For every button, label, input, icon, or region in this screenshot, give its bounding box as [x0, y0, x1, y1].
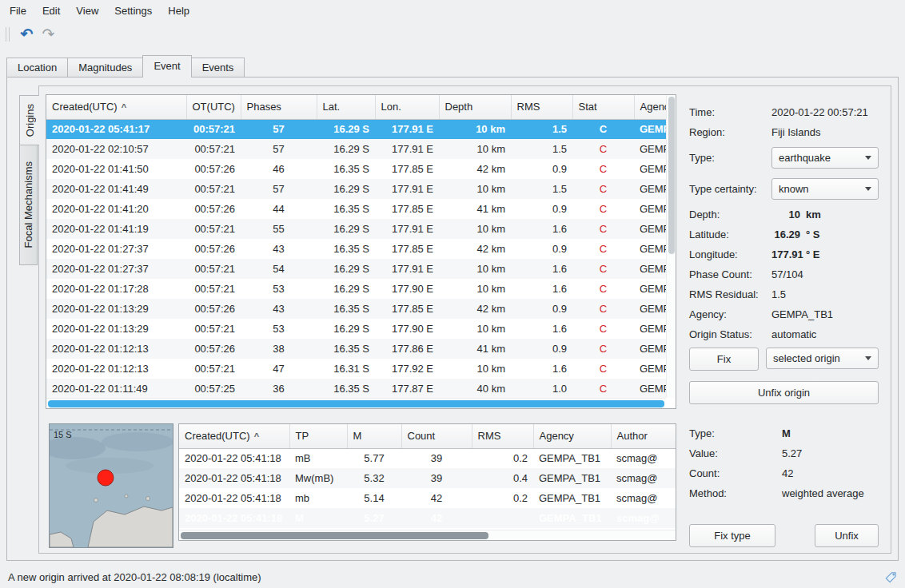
- fix-button[interactable]: Fix: [689, 348, 759, 371]
- map-view[interactable]: 15 S: [49, 423, 173, 548]
- cell: 39: [401, 468, 472, 488]
- table-row[interactable]: 2020-01-22 05:41:18mB5.77390.2GEMPA_TB1s…: [179, 448, 676, 468]
- table-row[interactable]: 2020-01-22 01:41:2000:57:264416.35 S177.…: [46, 199, 666, 219]
- cell: 38: [241, 339, 317, 359]
- table-row[interactable]: 2020-01-22 05:41:18Mw(mB)5.32390.4GEMPA_…: [179, 468, 676, 488]
- depth-value: 10: [771, 209, 800, 220]
- table-row[interactable]: 2020-01-22 05:41:18mb5.14420.2GEMPA_TB1s…: [179, 488, 676, 508]
- tab-events[interactable]: Events: [191, 58, 245, 77]
- column-header-lat[interactable]: Lat.: [317, 95, 375, 119]
- column-header-label: Count: [408, 430, 436, 442]
- column-header-depth[interactable]: Depth: [439, 95, 511, 119]
- column-header-m[interactable]: M: [347, 424, 401, 448]
- unfix-origin-button[interactable]: Unfix origin: [689, 381, 879, 404]
- tab-magnitudes[interactable]: Magnitudes: [67, 58, 143, 77]
- column-header-author[interactable]: Author: [611, 424, 676, 448]
- menu-help[interactable]: Help: [160, 1, 197, 21]
- column-header-created-utc[interactable]: Created(UTC)^: [46, 95, 186, 119]
- magnitudes-table-viewport[interactable]: Created(UTC)^TPMCountRMSAgencyAuthor2020…: [179, 424, 676, 530]
- table-row[interactable]: 2020-01-22 02:10:5700:57:215716.29 S177.…: [46, 139, 666, 159]
- menu-view[interactable]: View: [68, 1, 106, 21]
- cell: 2020-01-22 01:27:37: [46, 259, 186, 279]
- cell: [472, 508, 533, 528]
- origins-table-viewport[interactable]: Created(UTC)^OT(UTC)PhasesLat.Lon.DepthR…: [46, 95, 666, 398]
- column-header-created-utc[interactable]: Created(UTC)^: [179, 424, 289, 448]
- column-header-phases[interactable]: Phases: [241, 95, 317, 119]
- undo-button[interactable]: ↶: [16, 24, 38, 46]
- app-window: File Edit View Settings Help ↶ ↷ Locatio…: [0, 0, 905, 588]
- cell: 0.9: [511, 199, 572, 219]
- cell: C: [572, 119, 634, 139]
- tab-location[interactable]: Location: [6, 58, 68, 77]
- column-header-ot-utc[interactable]: OT(UTC): [186, 95, 241, 119]
- event-tab-panel: Origins Focal Mechanisms Created(UTC)^OT…: [6, 77, 899, 561]
- cell: 41 km: [439, 199, 511, 219]
- cell: 177.91 E: [375, 119, 439, 139]
- column-header-agency[interactable]: Agency: [533, 424, 611, 448]
- cell: 16.29 S: [317, 119, 375, 139]
- longitude-unit: ° E: [806, 248, 819, 260]
- rms-residual-field: RMS Residual: 1.5: [689, 284, 879, 304]
- toolbar-drag-handle[interactable]: [6, 27, 10, 42]
- magnitude-buttons-row: Fix type Unfix: [689, 524, 879, 547]
- cell: 1.5: [511, 119, 572, 139]
- table-row[interactable]: 2020-01-22 01:13:2900:57:215316.29 S177.…: [46, 319, 666, 339]
- table-row[interactable]: 2020-01-22 01:41:1900:57:215516.29 S177.…: [46, 219, 666, 239]
- cell: Mw(mB): [289, 468, 347, 488]
- event-type-combo[interactable]: earthquake: [771, 147, 879, 169]
- column-header-agency[interactable]: Agency: [634, 95, 666, 119]
- sort-ascending-icon: ^: [122, 102, 126, 112]
- tab-origins[interactable]: Origins: [19, 95, 39, 145]
- table-row[interactable]: 2020-01-22 01:17:2800:57:215316.29 S177.…: [46, 279, 666, 299]
- cell: 1.5: [511, 139, 572, 159]
- table-row[interactable]: 2020-01-22 01:41:5000:57:264616.35 S177.…: [46, 159, 666, 179]
- tab-event[interactable]: Event: [142, 55, 191, 77]
- type-certainty-combo[interactable]: known: [771, 178, 879, 200]
- column-header-lon[interactable]: Lon.: [375, 95, 439, 119]
- latitude-unit: ° S: [806, 228, 819, 240]
- table-row[interactable]: 2020-01-22 01:11:4900:57:253616.35 S177.…: [46, 379, 666, 398]
- cell: 5.32: [347, 468, 401, 488]
- table-row[interactable]: 2020-01-22 01:13:2900:57:264316.35 S177.…: [46, 299, 666, 319]
- fix-type-button[interactable]: Fix type: [689, 524, 775, 547]
- origins-vertical-scrollbar[interactable]: [666, 95, 676, 398]
- cell: 177.91 E: [375, 259, 439, 279]
- menu-edit[interactable]: Edit: [34, 1, 68, 21]
- column-header-tp[interactable]: TP: [289, 424, 347, 448]
- cell: 177.90 E: [375, 319, 439, 339]
- origins-horizontal-scrollbar[interactable]: [46, 398, 666, 408]
- cell: 53: [241, 319, 317, 339]
- cell: C: [572, 359, 634, 379]
- unfix-button[interactable]: Unfix: [815, 524, 879, 547]
- column-header-rms[interactable]: RMS: [472, 424, 533, 448]
- cell: 16.29 S: [317, 279, 375, 299]
- depth-label: Depth:: [689, 209, 771, 220]
- origins-horizontal-scrollbar-handle[interactable]: [48, 400, 664, 407]
- column-header-stat[interactable]: Stat: [572, 95, 634, 119]
- cell: 41 km: [439, 339, 511, 359]
- table-row[interactable]: 2020-01-22 01:27:3700:57:215416.29 S177.…: [46, 259, 666, 279]
- side-tab-bar: Origins Focal Mechanisms: [19, 95, 39, 265]
- column-header-label: Lat.: [323, 101, 341, 113]
- table-row[interactable]: 2020-01-22 05:41:1700:57:215716.29 S177.…: [46, 119, 666, 139]
- menu-settings[interactable]: Settings: [106, 1, 160, 21]
- redo-button[interactable]: ↷: [38, 24, 59, 46]
- origins-vertical-scrollbar-handle[interactable]: [668, 97, 675, 254]
- table-row[interactable]: 2020-01-22 05:41:18M5.2742GEMPA_TB1scmag…: [179, 508, 676, 528]
- menu-file[interactable]: File: [2, 1, 34, 21]
- magnitudes-horizontal-scrollbar[interactable]: [179, 530, 676, 540]
- cell: 53: [241, 279, 317, 299]
- origin-notification-icon[interactable]: [885, 571, 897, 583]
- tab-focal-mechanisms[interactable]: Focal Mechanisms: [19, 145, 38, 265]
- magnitudes-horizontal-scrollbar-handle[interactable]: [181, 532, 488, 539]
- table-row[interactable]: 2020-01-22 01:41:4900:57:215716.29 S177.…: [46, 179, 666, 199]
- table-row[interactable]: 2020-01-22 01:27:3700:57:264316.35 S177.…: [46, 239, 666, 259]
- epicenter-marker[interactable]: [98, 470, 114, 486]
- table-row[interactable]: 2020-01-22 01:12:1300:57:263816.35 S177.…: [46, 339, 666, 359]
- column-header-rms[interactable]: RMS: [511, 95, 572, 119]
- table-row[interactable]: 2020-01-22 01:12:1300:57:214716.31 S177.…: [46, 359, 666, 379]
- column-header-count[interactable]: Count: [401, 424, 472, 448]
- fix-target-combo[interactable]: selected origin: [766, 348, 879, 369]
- cell: GEMPA_TB1: [634, 319, 666, 339]
- cell: GEMPA_TB1: [634, 119, 666, 139]
